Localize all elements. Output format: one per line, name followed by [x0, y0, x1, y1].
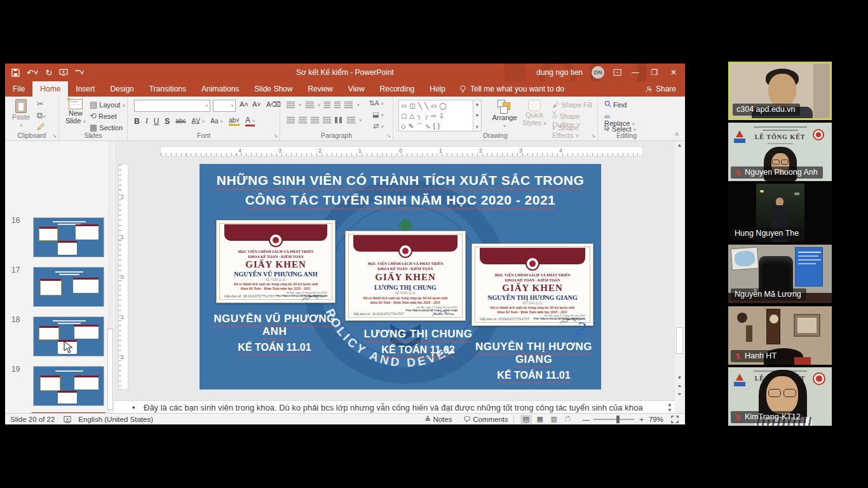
zoom-slider[interactable] — [593, 419, 634, 420]
cut-icon[interactable]: ✂ — [37, 99, 44, 109]
italic-button[interactable]: I — [146, 116, 148, 126]
zoom-in-icon[interactable]: + — [639, 416, 644, 423]
slide-thumbnail-19[interactable] — [33, 366, 104, 406]
align-center-icon[interactable] — [299, 117, 307, 123]
next-slide-icon[interactable]: ⏷ — [675, 391, 684, 398]
slide-scrollbar[interactable]: ▲ ▼ ⏶ ⏷ — [675, 141, 685, 400]
notes-toggle[interactable]: ≜ Notes — [425, 415, 452, 424]
reset-button[interactable]: ⟲ Reset — [90, 111, 117, 121]
line-spacing-icon[interactable] — [344, 102, 353, 108]
reading-view-icon[interactable]: ▥ — [548, 415, 560, 424]
video-tile-nguyen-ma-luong[interactable]: Nguyễn Mã Lương — [728, 245, 832, 303]
tab-slideshow[interactable]: Slide Show — [247, 81, 300, 97]
align-right-icon[interactable] — [311, 117, 319, 123]
tab-help[interactable]: Help — [422, 81, 453, 97]
paragraph-dialog-launcher[interactable]: ↘ — [386, 133, 391, 139]
redo-icon[interactable]: ↻ — [46, 68, 53, 78]
tab-recording[interactable]: Recording — [372, 81, 423, 97]
shadow-button[interactable]: S — [165, 117, 170, 126]
shapes-scroll[interactable]: ▲▼⇟ — [473, 100, 482, 132]
increase-font-icon[interactable]: A˄ — [240, 100, 248, 108]
font-name-combo[interactable]: ˅ — [134, 100, 210, 112]
share-button[interactable]: Share — [646, 81, 685, 97]
shapes-gallery[interactable]: ▭◫╲╲▭◯▢△┐┌⇨⇩◇✎⌒∿{} — [398, 100, 473, 132]
numbering-icon[interactable] — [306, 102, 314, 108]
add-column-icon[interactable] — [347, 117, 355, 123]
horizontal-ruler[interactable]: 4 3 2 1 0 1 2 3 4 — [160, 146, 643, 156]
tab-insert[interactable]: Insert — [68, 81, 102, 97]
char-spacing-button[interactable]: A̲V̲ ˅ — [191, 118, 205, 125]
clipboard-dialog-launcher[interactable]: ↘ — [52, 133, 57, 139]
video-tile-hanh-ht[interactable]: Hanh HT — [728, 306, 832, 365]
copy-icon[interactable]: ⧉˅ — [37, 111, 46, 121]
normal-view-icon[interactable]: ▤ — [520, 415, 532, 424]
tab-animations[interactable]: Animations — [194, 81, 247, 97]
customize-qat-icon[interactable]: ▔˅ — [75, 68, 85, 78]
font-dialog-launcher[interactable]: ↘ — [273, 133, 278, 139]
text-direction-icon[interactable]: ⇅A ˅ — [369, 99, 384, 107]
zoom-level[interactable]: 79% — [649, 416, 663, 423]
align-left-icon[interactable] — [287, 117, 295, 123]
layout-button[interactable]: ▤ Layout ˅ — [90, 100, 125, 109]
tell-me-box[interactable]: Tell me what you want to do — [453, 81, 571, 97]
slide-info[interactable]: Slide 20 of 22 — [10, 416, 55, 423]
notes-pane[interactable]: • Đây là các bạn sinh viên trong khoa. D… — [114, 400, 675, 413]
format-painter-icon[interactable]: 🖉 — [37, 122, 45, 132]
notes-scroll-down-icon[interactable]: ▼ — [667, 407, 672, 413]
spellcheck-icon[interactable] — [64, 416, 72, 423]
slideshow-view-icon[interactable]: ⏍ — [562, 415, 574, 424]
tab-review[interactable]: Review — [300, 81, 340, 97]
smartart-icon[interactable]: ⇄ ˅ — [373, 122, 384, 130]
panel-scrollbar-thumb[interactable] — [107, 329, 113, 410]
comments-toggle[interactable]: 🗩 Comments — [463, 416, 508, 423]
start-slideshow-icon[interactable] — [59, 69, 68, 76]
zoom-out-icon[interactable]: — — [583, 416, 590, 423]
slide-thumbnail-16[interactable] — [33, 217, 104, 257]
slide[interactable]: OF POLICY AND DEVEL NHỮNG SINH VIÊN CÓ T… — [200, 164, 601, 390]
notes-scroll-up-icon[interactable]: ▲ — [667, 402, 672, 407]
underline-button[interactable]: U — [154, 117, 159, 126]
collapse-ribbon-icon[interactable]: ˄ — [675, 131, 679, 138]
find-button[interactable]: Find — [604, 100, 627, 109]
highlight-color-button[interactable]: ab˅ — [229, 117, 240, 126]
language-status[interactable]: English (United States) — [78, 416, 153, 423]
undo-icon[interactable]: ↶˅ — [27, 68, 39, 78]
restore-button[interactable]: ❐ — [649, 68, 660, 77]
arrange-button[interactable]: Arrange˅ — [490, 100, 519, 129]
tab-file[interactable]: File — [5, 81, 32, 97]
tab-home[interactable]: Home — [32, 81, 68, 97]
fit-slide-icon[interactable] — [671, 416, 679, 423]
zoom-slider-thumb[interactable] — [616, 416, 620, 423]
user-avatar[interactable]: DN — [592, 66, 604, 79]
minimize-button[interactable]: — — [630, 68, 641, 77]
new-slide-button[interactable]: ✳ New Slide ˅ — [63, 99, 88, 125]
scroll-up-icon[interactable]: ▲ — [675, 142, 684, 148]
tab-transitions[interactable]: Transitions — [142, 81, 194, 97]
decrease-font-icon[interactable]: A˅ — [252, 100, 261, 108]
bullets-icon[interactable] — [287, 102, 295, 108]
ribbon-display-options-icon[interactable] — [613, 69, 621, 76]
video-tile-kimtrang[interactable]: LỄ TỔNG KẾT KimTrang-KT12 — [728, 367, 832, 426]
tab-view[interactable]: View — [341, 81, 372, 97]
video-tile-c304[interactable]: c304 apd.edu.vn — [728, 62, 832, 120]
previous-slide-icon[interactable]: ⏶ — [675, 383, 684, 390]
columns-icon[interactable] — [335, 117, 343, 123]
vertical-ruler[interactable]: 2 1 0 1 2 — [118, 164, 128, 390]
drawing-dialog-launcher[interactable]: ↘ — [591, 133, 595, 139]
strikethrough-button[interactable]: abc — [175, 118, 186, 125]
user-name[interactable]: dung ngo tien — [536, 68, 583, 77]
paste-button[interactable]: Paste˅ — [10, 99, 32, 128]
slide-thumbnail-17[interactable] — [33, 267, 104, 307]
font-size-combo[interactable]: ˅ — [213, 100, 236, 112]
font-color-button[interactable]: A ˅ — [245, 116, 255, 126]
decrease-indent-icon[interactable] — [324, 102, 330, 108]
scrollbar-thumb[interactable] — [676, 327, 683, 354]
change-case-button[interactable]: Aa ˅ — [210, 118, 223, 125]
clear-formatting-icon[interactable]: A⌫ — [266, 100, 281, 109]
video-tile-hung-nguyen-the[interactable]: Hung Nguyen The — [728, 184, 832, 242]
slide-sorter-icon[interactable]: ▦ — [534, 415, 546, 424]
save-icon[interactable] — [11, 69, 20, 77]
align-text-icon[interactable]: ⬓ ˅ — [372, 111, 384, 119]
video-tile-nguyen-phuong-anh[interactable]: LỄ TỔNG KẾT Nguyen Phuong Anh — [728, 123, 832, 181]
bold-button[interactable]: B — [134, 117, 140, 126]
